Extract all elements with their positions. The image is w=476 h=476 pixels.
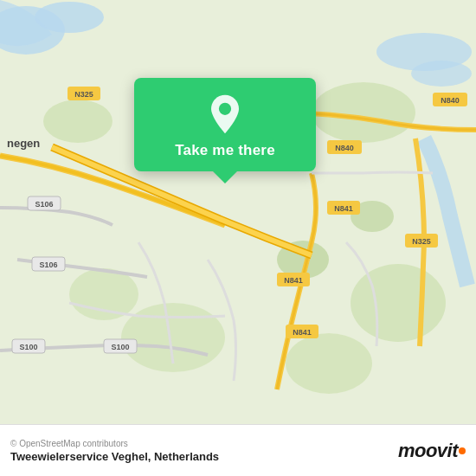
svg-text:N325: N325 bbox=[74, 90, 93, 99]
svg-point-10 bbox=[69, 268, 138, 320]
moovit-logo: moovit bbox=[398, 440, 466, 462]
svg-point-5 bbox=[43, 100, 113, 143]
svg-text:S100: S100 bbox=[19, 343, 37, 351]
svg-point-4 bbox=[411, 61, 472, 87]
footer-left: © OpenStreetMap contributors Tweewielers… bbox=[10, 439, 219, 463]
svg-point-8 bbox=[286, 333, 372, 394]
svg-text:N325: N325 bbox=[412, 237, 431, 246]
svg-text:N841: N841 bbox=[334, 204, 353, 213]
svg-text:S100: S100 bbox=[111, 343, 129, 351]
svg-point-7 bbox=[351, 264, 446, 342]
location-name: Tweewielerservice Veghel, Netherlands bbox=[10, 450, 219, 463]
take-me-there-button[interactable]: Take me there bbox=[175, 142, 275, 159]
svg-text:S106: S106 bbox=[39, 261, 57, 269]
popup-card: Take me there bbox=[134, 78, 316, 171]
svg-text:N841: N841 bbox=[284, 276, 303, 285]
footer: © OpenStreetMap contributors Tweewielers… bbox=[0, 424, 476, 476]
copyright-text: © OpenStreetMap contributors bbox=[10, 439, 219, 448]
svg-point-37 bbox=[219, 103, 231, 115]
location-pin-icon bbox=[204, 93, 246, 135]
svg-text:N840: N840 bbox=[441, 96, 460, 105]
svg-text:N841: N841 bbox=[293, 328, 312, 337]
moovit-logo-text: moovit bbox=[398, 440, 458, 462]
svg-text:N840: N840 bbox=[335, 144, 354, 152]
svg-text:S106: S106 bbox=[35, 200, 53, 209]
svg-text:negen: negen bbox=[7, 137, 40, 150]
moovit-logo-dot bbox=[459, 447, 466, 454]
map-container: N325 N840 N840 N841 N841 N841 N325 S106 … bbox=[0, 0, 476, 424]
